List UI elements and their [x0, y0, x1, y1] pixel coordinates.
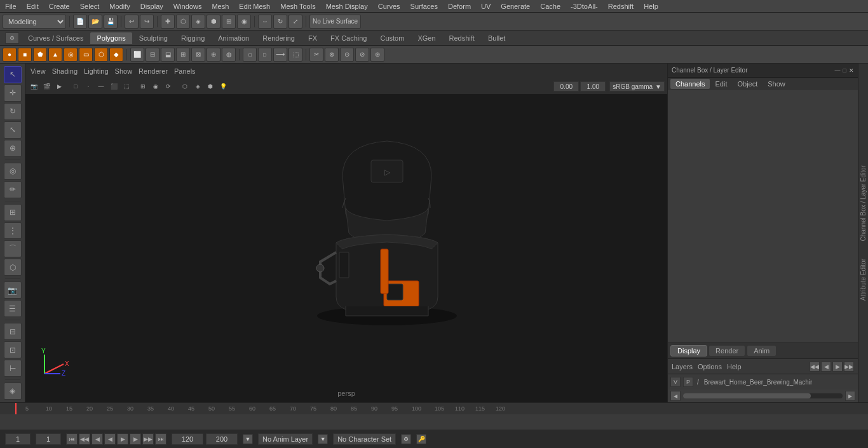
- menu-3dtoall[interactable]: -3DtoAll-: [566, 1, 603, 11]
- anim-prev-frame[interactable]: ◀: [92, 433, 103, 445]
- char-set-key[interactable]: 🔑: [416, 434, 426, 444]
- polycount-btn[interactable]: ⊟: [4, 323, 22, 340]
- range-start-input[interactable]: [172, 433, 203, 445]
- pivot-btn[interactable]: ⊡: [4, 341, 22, 358]
- settings-icon[interactable]: ⚙: [5, 32, 19, 44]
- torus-tool[interactable]: ◎: [64, 48, 78, 62]
- no-live-surface[interactable]: No Live Surface: [309, 15, 361, 29]
- fill-hole-btn[interactable]: ⬚: [288, 48, 302, 62]
- anim-go-start[interactable]: ⏮: [66, 433, 78, 445]
- rotate-tool-left[interactable]: ↻: [4, 103, 22, 120]
- scroll-right-arrow[interactable]: ▶: [845, 391, 855, 401]
- tab-fx[interactable]: FX: [302, 32, 323, 44]
- scroll-left-arrow[interactable]: ◀: [670, 391, 681, 401]
- poke-btn[interactable]: ⊙: [340, 48, 354, 62]
- menu-display[interactable]: Display: [135, 1, 168, 11]
- menu-uv[interactable]: UV: [476, 1, 496, 11]
- menu-edit-mesh[interactable]: Edit Mesh: [234, 1, 275, 11]
- merge-btn[interactable]: ⊛: [370, 48, 384, 62]
- anim-play-fwd[interactable]: ▶: [117, 433, 128, 445]
- menu-redshift[interactable]: Redshift: [603, 1, 639, 11]
- rotate-tool[interactable]: ↻: [273, 15, 287, 29]
- anim-step-back[interactable]: ◀◀: [79, 433, 90, 445]
- split-btn[interactable]: ✂: [309, 48, 323, 62]
- timeline-bar[interactable]: [0, 414, 868, 430]
- disk-tool[interactable]: ⬡: [94, 48, 108, 62]
- display-tab-display[interactable]: Display: [670, 345, 707, 356]
- range-end-input[interactable]: [206, 433, 238, 445]
- menu-file[interactable]: File: [0, 1, 22, 11]
- menu-edit[interactable]: Edit: [22, 1, 44, 11]
- anim-play-back[interactable]: ◀: [104, 433, 116, 445]
- layers-scroll-track[interactable]: [683, 393, 843, 398]
- tab-bullet[interactable]: Bullet: [482, 32, 512, 44]
- grid-snap[interactable]: ⊞: [222, 15, 236, 29]
- cb-minimize-icon[interactable]: —: [835, 67, 841, 74]
- tab-polygons[interactable]: Polygons: [90, 32, 132, 44]
- layer-ref-btn[interactable]: P: [683, 377, 693, 387]
- menu-windows[interactable]: Windows: [168, 1, 207, 11]
- layers-menu-layers[interactable]: Layers: [672, 363, 693, 370]
- cube-tool[interactable]: ■: [18, 48, 32, 62]
- menu-mesh-display[interactable]: Mesh Display: [321, 1, 373, 11]
- cb-close-icon[interactable]: ✕: [849, 67, 854, 74]
- separate-btn[interactable]: ⊠: [191, 48, 205, 62]
- mode-dropdown[interactable]: Modeling: [3, 15, 66, 29]
- menu-surfaces[interactable]: Surfaces: [405, 1, 443, 11]
- layers-scroll-thumb[interactable]: [683, 393, 811, 398]
- menu-curves[interactable]: Curves: [373, 1, 405, 11]
- menu-generate[interactable]: Generate: [496, 1, 535, 11]
- right-edge-attribute-editor[interactable]: Attribute Editor: [858, 256, 868, 303]
- no-anim-layer[interactable]: No Anim Layer: [258, 433, 313, 445]
- no-char-set[interactable]: No Character Set: [333, 433, 396, 445]
- menu-help[interactable]: Help: [639, 1, 663, 11]
- offset-edge-btn[interactable]: ⟥: [258, 48, 272, 62]
- tab-redshift[interactable]: Redshift: [443, 32, 481, 44]
- cb-tab-show[interactable]: Show: [763, 79, 790, 89]
- display-tab-anim[interactable]: Anim: [747, 345, 776, 356]
- tab-sculpting[interactable]: Sculpting: [133, 32, 174, 44]
- layer-vis-btn[interactable]: V: [670, 377, 681, 387]
- anim-next-frame[interactable]: ▶: [130, 433, 141, 445]
- snap-grid[interactable]: ⋮: [4, 222, 22, 240]
- tab-rigging[interactable]: Rigging: [175, 32, 211, 44]
- multi-cut-btn[interactable]: ⊗: [325, 48, 339, 62]
- plane-tool[interactable]: ▭: [79, 48, 93, 62]
- undo-btn[interactable]: ↩: [125, 15, 139, 29]
- tab-fx-caching[interactable]: FX Caching: [324, 32, 373, 44]
- scale-tool-left[interactable]: ⤡: [4, 121, 22, 139]
- render-btn[interactable]: ◈: [4, 383, 22, 400]
- cylinder-tool[interactable]: ⬟: [33, 48, 47, 62]
- menu-mesh-tools[interactable]: Mesh Tools: [275, 1, 320, 11]
- snap-tool[interactable]: ⬢: [207, 15, 220, 29]
- show-manip[interactable]: ☰: [4, 300, 22, 317]
- menu-deform[interactable]: Deform: [443, 1, 476, 11]
- layer-next-btn[interactable]: ▶: [832, 362, 843, 372]
- camera-tool[interactable]: 📷: [4, 282, 22, 299]
- soft-select-left[interactable]: ◎: [4, 163, 22, 180]
- layer-back-btn[interactable]: ◀◀: [810, 362, 820, 372]
- cb-restore-icon[interactable]: □: [843, 67, 846, 74]
- layer-fwd-btn[interactable]: ▶▶: [844, 362, 854, 372]
- scale-tool[interactable]: ⤢: [288, 15, 302, 29]
- tab-curves-surfaces[interactable]: Curves / Surfaces: [22, 32, 90, 44]
- range-dropdown-icon[interactable]: ▼: [243, 434, 253, 444]
- sphere-tool[interactable]: ●: [3, 48, 17, 62]
- tab-xgen[interactable]: XGen: [411, 32, 442, 44]
- open-scene-btn[interactable]: 📂: [88, 15, 102, 29]
- right-edge-channel-box[interactable]: Channel Box / Layer Editor: [858, 163, 868, 244]
- soft-sel[interactable]: ◉: [237, 15, 251, 29]
- cb-tab-channels[interactable]: Channels: [670, 79, 710, 89]
- char-set-settings[interactable]: ⚙: [401, 434, 411, 444]
- cb-tab-edit[interactable]: Edit: [710, 79, 732, 89]
- anim-layer-dropdown[interactable]: ▼: [318, 434, 328, 444]
- menu-modify[interactable]: Modify: [104, 1, 135, 11]
- redo-btn[interactable]: ↪: [140, 15, 154, 29]
- snap-point[interactable]: ⊞: [4, 204, 22, 221]
- layer-prev-btn[interactable]: ◀: [821, 362, 831, 372]
- snap-surface[interactable]: ⬡: [4, 259, 22, 276]
- extrude-btn[interactable]: ⬜: [130, 48, 144, 62]
- paint-tool[interactable]: ◈: [191, 15, 205, 29]
- frame-inner-input[interactable]: [36, 433, 61, 445]
- anim-step-fwd[interactable]: ▶▶: [142, 433, 154, 445]
